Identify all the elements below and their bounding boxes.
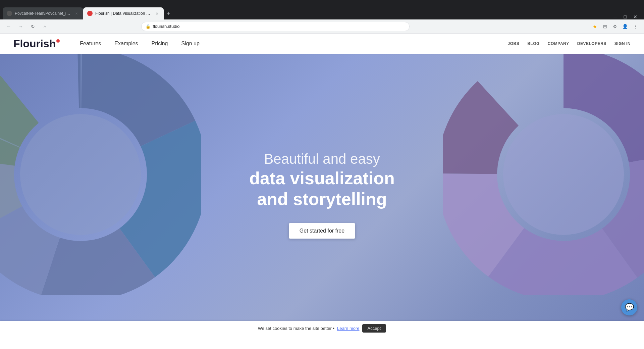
lock-icon: 🔒 [146,24,151,29]
donut-chart-left [0,54,201,295]
nav-jobs[interactable]: JOBS [507,41,519,46]
address-bar-row: ← → ↻ ⌂ 🔒 flourish.studio ★ ⊟ ⚙ 👤 ⋮ [0,19,644,34]
chat-button[interactable]: 💬 [621,299,637,315]
donut-chart-right [443,54,644,295]
nav-main: Features Examples Pricing Sign up [80,41,507,47]
home-button[interactable]: ⌂ [40,22,50,31]
tab-title-github: PovcalNet-Team/Povcalnet_inte... [15,11,71,16]
address-text: flourish.studio [153,24,405,29]
window-controls: ─ □ ✕ [607,14,644,19]
menu-icon[interactable]: ⋮ [631,22,640,31]
maximize-button[interactable]: □ [621,14,629,19]
new-tab-button[interactable]: + [164,9,173,18]
nav-secondary: JOBS BLOG COMPANY DEVELOPERS SIGN IN [507,41,631,46]
toolbar-icons: ★ ⊟ ⚙ 👤 ⋮ [590,22,640,31]
tab-flourish[interactable]: Flourish | Data Visualization & St... ✕ [83,7,164,19]
navbar: Flourish Features Examples Pricing Sign … [0,34,644,54]
tab-bar: PovcalNet-Team/Povcalnet_inte... ✕ Flour… [0,0,607,19]
tab-title-flourish: Flourish | Data Visualization & St... [95,11,152,16]
hero-subtitle: Beautiful and easy [249,151,394,167]
svg-point-13 [503,114,624,235]
nav-signup[interactable]: Sign up [181,41,200,47]
profile-icon[interactable]: 👤 [621,22,630,31]
cookie-accept-button[interactable]: Accept [362,324,386,333]
hero-title-line1: data visualization [249,168,394,189]
minimize-button[interactable]: ─ [611,14,620,19]
cookie-text: We set cookies to make the site better • [258,326,334,331]
browser-chrome: PovcalNet-Team/Povcalnet_inte... ✕ Flour… [0,0,644,19]
extensions-icon[interactable]: ⚙ [610,22,620,31]
tab-close-github[interactable]: ✕ [74,11,79,16]
nav-company[interactable]: COMPANY [548,41,569,46]
tab-close-flourish[interactable]: ✕ [154,11,160,16]
logo-dot [56,39,60,43]
website: Beautiful and easy data visualization an… [0,34,644,336]
close-button[interactable]: ✕ [631,14,640,19]
cta-button[interactable]: Get started for free [289,223,355,239]
cookie-learn-more-link[interactable]: Learn more [337,326,359,331]
nav-developers[interactable]: DEVELOPERS [577,41,606,46]
tab-search-icon[interactable]: ⊟ [600,22,610,31]
back-button[interactable]: ← [4,22,13,31]
nav-pricing[interactable]: Pricing [152,41,168,47]
logo-text: Flourish [13,38,56,50]
tab-github[interactable]: PovcalNet-Team/Povcalnet_inte... ✕ [3,7,83,19]
hero-content: Beautiful and easy data visualization an… [249,151,394,238]
address-bar[interactable]: 🔒 flourish.studio [141,22,410,31]
nav-signin[interactable]: SIGN IN [614,41,631,46]
nav-blog[interactable]: BLOG [527,41,540,46]
tab-favicon-flourish [87,11,93,16]
hero-section: Beautiful and easy data visualization an… [0,34,644,336]
reload-button[interactable]: ↻ [28,22,38,31]
nav-examples[interactable]: Examples [114,41,138,47]
tab-favicon-github [7,11,12,16]
hero-title-line2: and storytelling [249,189,394,209]
nav-features[interactable]: Features [80,41,101,47]
bookmark-icon[interactable]: ★ [590,22,600,31]
logo[interactable]: Flourish [13,38,60,50]
cookie-banner: We set cookies to make the site better •… [0,321,644,336]
chat-icon: 💬 [625,303,634,312]
svg-point-6 [20,114,141,235]
forward-button[interactable]: → [16,22,25,31]
